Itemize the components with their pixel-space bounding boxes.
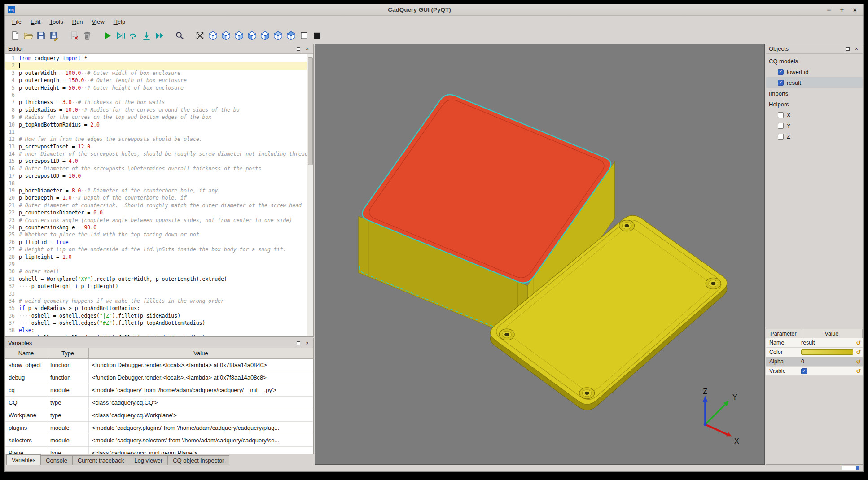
- clear-button[interactable]: [68, 29, 81, 42]
- step-over-button[interactable]: [127, 29, 140, 42]
- view-left-button[interactable]: [245, 29, 259, 42]
- menu-run[interactable]: Run: [68, 17, 88, 27]
- param-value[interactable]: 0: [801, 358, 855, 365]
- table-row[interactable]: cqmodule<module 'cadquery' from '/home/a…: [5, 384, 313, 397]
- param-value[interactable]: result: [801, 340, 855, 346]
- tree-item-z[interactable]: Z: [766, 131, 863, 142]
- save-button[interactable]: [35, 29, 48, 42]
- view-front-button[interactable]: [219, 29, 232, 42]
- scrollbar-thumb[interactable]: [308, 57, 313, 165]
- code-line[interactable]: 10p_topAndBottomRadius = 2.0: [5, 121, 307, 128]
- code-line[interactable]: 12# How far in from the edges the screwp…: [5, 135, 307, 143]
- code-area[interactable]: 1from cadquery import *23p_outerWidth = …: [5, 55, 307, 336]
- editor-close-button[interactable]: ×: [304, 45, 311, 52]
- viewport-panel[interactable]: Z Y X: [315, 44, 765, 465]
- color-swatch[interactable]: [801, 349, 853, 355]
- title-bar[interactable]: cq CadQuery GUI (PyQT) –+×: [5, 4, 863, 16]
- code-line[interactable]: 3p_outerWidth = 100.0··# Outer width of …: [5, 70, 307, 77]
- variables-dock-titlebar[interactable]: Variables ×: [5, 338, 313, 348]
- run-button[interactable]: [101, 29, 114, 42]
- tab-current-traceback[interactable]: Current traceback: [72, 455, 129, 465]
- code-line[interactable]: 32····p_outerHeight + p_lipHeight): [5, 283, 307, 290]
- code-line[interactable]: 6: [5, 92, 307, 99]
- code-line[interactable]: 29: [5, 261, 307, 268]
- table-row[interactable]: Workplanetype<class 'cadquery.cq.Workpla…: [5, 409, 313, 422]
- checkbox-y[interactable]: [778, 123, 784, 129]
- code-line[interactable]: 16# Outer Diameter of the screwposts.\nD…: [5, 165, 307, 172]
- tree-item-y[interactable]: Y: [766, 120, 863, 131]
- code-line[interactable]: 14# nner Diameter of the screwpost holes…: [5, 150, 307, 157]
- trash-button[interactable]: [81, 29, 94, 42]
- tree-item-cq-models[interactable]: CQ models: [766, 56, 863, 66]
- new-file-button[interactable]: [9, 29, 22, 42]
- param-row-name[interactable]: Nameresult↺: [766, 338, 863, 348]
- checkbox-x[interactable]: [778, 112, 784, 118]
- param-column-header-value[interactable]: Value: [801, 329, 863, 338]
- objects-dock-titlebar[interactable]: Objects ×: [766, 44, 863, 54]
- param-reset-button[interactable]: ↺: [855, 340, 863, 346]
- shaded-button[interactable]: [311, 29, 324, 42]
- minimize-button[interactable]: –: [824, 5, 834, 14]
- menu-edit[interactable]: Edit: [26, 17, 45, 27]
- param-reset-button[interactable]: ↺: [855, 349, 863, 356]
- code-line[interactable]: 39····oshell = oshell.edges("#Z").fillet…: [5, 334, 307, 336]
- code-line[interactable]: 13p_screwpostInset = 12.0: [5, 143, 307, 150]
- tree-item-result[interactable]: ✓result: [766, 77, 863, 88]
- checkbox-z[interactable]: [778, 134, 784, 140]
- variables-close-button[interactable]: ×: [304, 340, 311, 346]
- tree-item-helpers[interactable]: Helpers: [766, 99, 863, 109]
- menu-tools[interactable]: Tools: [45, 17, 67, 27]
- wireframe-button[interactable]: [298, 29, 311, 42]
- debug-button[interactable]: [114, 29, 127, 42]
- view-iso-button[interactable]: [206, 29, 219, 42]
- view-back-button[interactable]: [232, 29, 245, 42]
- table-row[interactable]: show_objectfunction<function Debugger.re…: [5, 359, 313, 371]
- variables-float-button[interactable]: [295, 340, 302, 346]
- param-row-visible[interactable]: Visible✓↺: [766, 367, 863, 376]
- code-line[interactable]: 19p_boreDiameter = 8.0··# Diameter of th…: [5, 187, 307, 194]
- code-line[interactable]: 25# Whether to place the lid with the to…: [5, 231, 307, 238]
- code-line[interactable]: 35if p_sideRadius > p_topAndBottomRadius…: [5, 305, 307, 312]
- table-row[interactable]: selectorsmodule<module 'cadquery.selecto…: [5, 434, 313, 447]
- close-button[interactable]: ×: [850, 5, 860, 14]
- code-line[interactable]: 17p_screwpostOD = 10.0: [5, 172, 307, 179]
- menu-help[interactable]: Help: [109, 17, 130, 27]
- tree-item-imports[interactable]: Imports: [766, 88, 863, 99]
- visible-checkbox[interactable]: ✓: [801, 368, 807, 374]
- tab-cq-object-inspector[interactable]: CQ object inspector: [167, 455, 229, 465]
- step-into-button[interactable]: [140, 29, 153, 42]
- checkbox-lowerlid[interactable]: ✓: [778, 69, 784, 75]
- param-value[interactable]: [801, 349, 855, 355]
- objects-float-button[interactable]: [844, 45, 851, 52]
- editor-float-button[interactable]: [295, 45, 302, 52]
- code-editor[interactable]: 1from cadquery import *23p_outerWidth = …: [5, 54, 313, 336]
- view-right-button[interactable]: [259, 29, 272, 42]
- variables-column-header-type[interactable]: Type: [47, 348, 89, 359]
- code-line[interactable]: 18: [5, 180, 307, 187]
- code-line[interactable]: 4p_outerLength = 150.0··# Outer length o…: [5, 77, 307, 84]
- zoom-button[interactable]: [173, 29, 186, 42]
- tree-item-lowerlid[interactable]: ✓lowerLid: [766, 66, 863, 77]
- code-line[interactable]: 20p_boreDepth = 1.0··# Depth of the coun…: [5, 194, 307, 201]
- table-row[interactable]: debugfunction<function Debugger.render.<…: [5, 371, 313, 384]
- code-line[interactable]: 11: [5, 128, 307, 135]
- code-line[interactable]: 33: [5, 290, 307, 297]
- code-line[interactable]: 1from cadquery import *: [5, 55, 307, 62]
- code-line[interactable]: 31oshell = Workplane("XY").rect(p_outerW…: [5, 275, 307, 283]
- code-line[interactable]: 8p_sideRadius = 10.0··# Radius for the c…: [5, 106, 307, 113]
- param-column-header-parameter[interactable]: Parameter: [766, 329, 801, 338]
- code-line[interactable]: 37····oshell = oshell.edges("#Z").fillet…: [5, 319, 307, 327]
- save-as-button[interactable]: [48, 29, 61, 42]
- maximize-button[interactable]: +: [837, 5, 847, 14]
- code-line[interactable]: 30# outer shell: [5, 268, 307, 275]
- tree-item-x[interactable]: X: [766, 109, 863, 120]
- menu-file[interactable]: File: [8, 17, 26, 27]
- param-row-color[interactable]: Color↺: [766, 348, 863, 357]
- code-line[interactable]: 15p_screwpostID = 4.0: [5, 157, 307, 165]
- view-top-button[interactable]: [272, 29, 285, 42]
- code-line[interactable]: 34# weird geometry happens if we make th…: [5, 297, 307, 305]
- table-row[interactable]: CQtype<class 'cadquery.cq.CQ'>: [5, 397, 313, 409]
- tab-log-viewer[interactable]: Log viewer: [129, 455, 168, 465]
- table-row[interactable]: Planetype<class 'cadquery.occ_impl.geom.…: [5, 447, 313, 454]
- editor-scrollbar[interactable]: [307, 54, 313, 336]
